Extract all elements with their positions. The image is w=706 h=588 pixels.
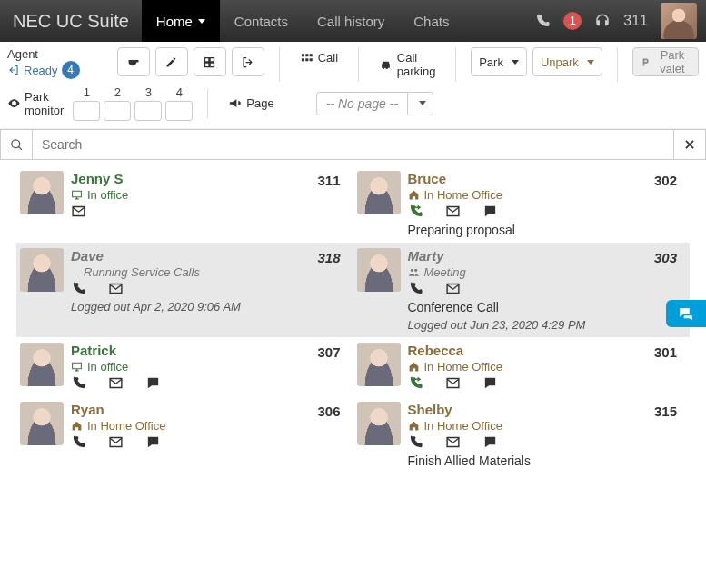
x-icon <box>683 138 696 151</box>
nav-call-history[interactable]: Call history <box>303 0 399 42</box>
page-select[interactable]: -- No page -- <box>316 92 433 115</box>
contact-ext: 301 <box>654 344 677 360</box>
caret-icon <box>198 19 205 24</box>
presence: In Home Office <box>408 419 687 433</box>
contact-avatar <box>357 402 401 445</box>
phone-icon[interactable] <box>534 13 551 29</box>
chat-icon[interactable] <box>145 434 161 450</box>
contact-ext: 307 <box>317 344 340 360</box>
call-parking-button[interactable]: Callparking <box>373 47 442 82</box>
contact-name: Dave <box>71 248 350 264</box>
contact-avatar <box>357 248 401 292</box>
contact-card[interactable]: DaveRunning Service CallsLogged out Apr … <box>16 243 353 337</box>
park-monitor-label: Parkmonitor <box>7 90 64 117</box>
unpark-button[interactable]: Unpark <box>532 47 602 76</box>
phone-green-icon[interactable] <box>408 375 423 391</box>
edit-icon <box>164 55 178 69</box>
envelope-icon[interactable] <box>445 434 461 450</box>
contact-card[interactable]: MartyMeetingConference CallLogged out Ju… <box>353 243 691 337</box>
contact-name: Marty <box>408 248 687 264</box>
contact-note: Preparing proposal <box>408 223 687 237</box>
dialpad-icon <box>300 51 313 65</box>
park-valet-button[interactable]: Park valet <box>632 47 699 76</box>
contact-name: Ryan <box>71 402 350 417</box>
search-clear[interactable] <box>673 129 706 160</box>
phone-icon[interactable] <box>408 434 423 450</box>
headset-icon[interactable] <box>594 13 611 29</box>
envelope-icon[interactable] <box>108 375 124 391</box>
park-slot[interactable] <box>134 101 162 121</box>
phone-icon[interactable] <box>408 281 423 296</box>
phone-icon[interactable] <box>71 434 86 450</box>
chat-icon[interactable] <box>482 375 498 391</box>
page-button[interactable]: Page <box>223 93 279 114</box>
chat-icon[interactable] <box>145 375 161 391</box>
phone-icon[interactable] <box>71 375 86 391</box>
edit-button[interactable] <box>155 47 188 76</box>
contact-name: Bruce <box>408 171 687 186</box>
chats-icon <box>678 305 694 322</box>
park-slot[interactable] <box>165 101 193 121</box>
contact-avatar <box>20 402 64 445</box>
contact-card[interactable]: ShelbyIn Home OfficeFinish Allied Materi… <box>353 396 691 473</box>
app-brand: NEC UC Suite <box>0 11 142 32</box>
agent-ready-count: 4 <box>62 61 80 79</box>
coffee-icon <box>126 55 140 69</box>
envelope-icon[interactable] <box>108 434 124 450</box>
contact-name: Shelby <box>408 402 687 417</box>
chat-icon[interactable] <box>482 434 498 450</box>
contact-card[interactable]: Jenny SIn office311 <box>16 165 353 243</box>
park-slot-number: 4 <box>176 85 183 99</box>
alerts-badge[interactable]: 1 <box>563 12 582 30</box>
eye-icon <box>7 96 21 110</box>
park-icon <box>641 55 650 69</box>
envelope-icon[interactable] <box>108 281 124 296</box>
contact-name: Jenny S <box>71 171 350 186</box>
envelope-icon[interactable] <box>445 204 461 219</box>
contact-card[interactable]: RebeccaIn Home Office301 <box>353 337 691 396</box>
nav-home[interactable]: Home <box>142 0 220 42</box>
contact-ext: 302 <box>654 173 677 188</box>
presence: In Home Office <box>408 360 687 374</box>
contact-note: Conference Call <box>408 300 687 314</box>
grid-button[interactable] <box>194 47 226 76</box>
contact-avatar <box>357 343 401 386</box>
park-slot[interactable] <box>73 101 100 121</box>
user-avatar[interactable] <box>661 3 697 39</box>
break-button[interactable] <box>117 47 150 76</box>
envelope-icon[interactable] <box>71 204 86 219</box>
park-slot[interactable] <box>104 101 131 121</box>
search-icon-box <box>0 129 33 160</box>
contact-card[interactable]: RyanIn Home Office306 <box>16 396 353 473</box>
contact-avatar <box>20 343 64 386</box>
envelope-icon[interactable] <box>445 281 461 296</box>
agent-label: Agent <box>7 47 80 61</box>
call-button[interactable]: Call <box>294 47 343 68</box>
search-icon <box>10 138 24 152</box>
park-slot-number: 2 <box>114 85 121 99</box>
nav-chats[interactable]: Chats <box>399 0 463 42</box>
presence: In office <box>71 360 350 374</box>
park-button[interactable]: Park <box>471 47 527 76</box>
contact-ext: 311 <box>317 173 340 188</box>
agent-ready[interactable]: Ready 4 <box>7 61 80 79</box>
presence-note: Running Service Calls <box>71 265 350 279</box>
phone-green-icon[interactable] <box>408 204 423 219</box>
presence: In office <box>71 188 350 202</box>
contact-card[interactable]: BruceIn Home OfficePreparing proposal302 <box>353 165 691 243</box>
contact-name: Patrick <box>71 343 350 358</box>
contact-ext: 315 <box>654 404 677 419</box>
logout-button[interactable] <box>232 47 264 76</box>
phone-icon[interactable] <box>71 281 86 296</box>
contact-ext: 306 <box>317 404 340 419</box>
chat-icon[interactable] <box>482 204 498 219</box>
envelope-icon[interactable] <box>445 375 461 391</box>
floating-chat-button[interactable] <box>666 300 706 327</box>
search-input[interactable] <box>33 129 673 160</box>
contact-card[interactable]: PatrickIn office307 <box>16 337 353 396</box>
contact-name: Rebecca <box>408 343 687 358</box>
grid-icon <box>203 55 216 69</box>
nav-contacts[interactable]: Contacts <box>220 0 303 42</box>
contact-avatar <box>357 171 401 214</box>
presence: Meeting <box>408 265 687 279</box>
